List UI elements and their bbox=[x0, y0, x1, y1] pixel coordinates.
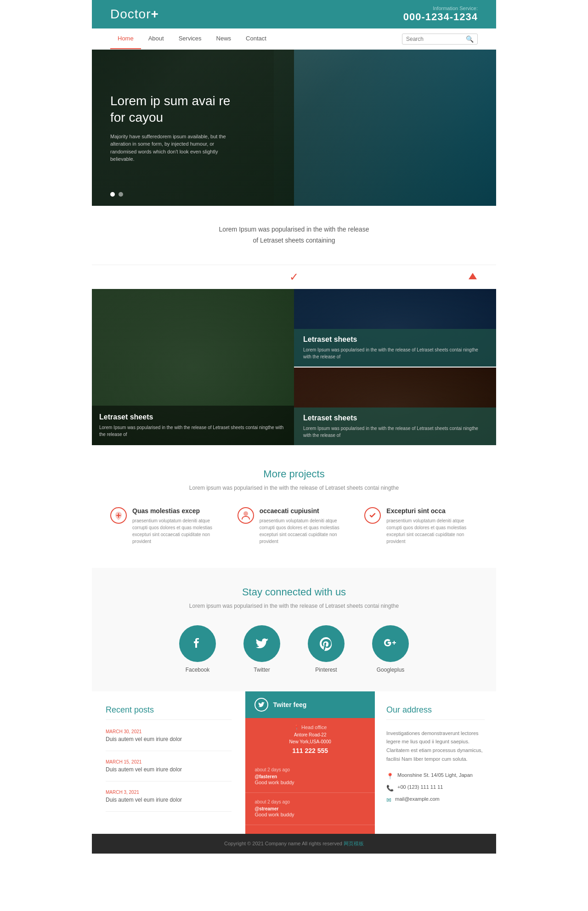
nav-home[interactable]: Home bbox=[110, 28, 141, 49]
panel-top-right-text: Lorem Ipsum was popularised in the with … bbox=[303, 346, 487, 360]
twitter-addr-2: New York,USA-0000 bbox=[254, 739, 366, 744]
panel-right: Letraset sheets Lorem Ipsum was populari… bbox=[294, 289, 496, 445]
email-icon: ✉ bbox=[386, 797, 391, 803]
hero-content: Lorem ip sum avai refor cayou Majority h… bbox=[110, 93, 230, 163]
tweet-handle-1[interactable]: @streamer bbox=[254, 806, 366, 811]
more-projects-section: More projects Lorem ipsum was popularise… bbox=[92, 445, 496, 568]
project-content-0: Quas molestias excep praesentium volupta… bbox=[132, 507, 224, 545]
our-address-section: Our address Investigationes demonstraver… bbox=[375, 691, 496, 834]
panel-top-right-overlay: Letraset sheets Lorem Ipsum was populari… bbox=[294, 329, 496, 367]
site-header: Doctor+ Information Service: 000-1234-12… bbox=[92, 0, 496, 28]
project-title-2: Excepturi sint occa bbox=[386, 507, 478, 515]
site-logo: Doctor+ bbox=[110, 7, 159, 22]
social-twitter[interactable]: Twitter bbox=[234, 625, 289, 673]
location-icon: 📍 bbox=[386, 773, 394, 780]
panel-left-overlay: Letraset sheets Lorem Ipsum was populari… bbox=[92, 406, 294, 445]
post-title-1[interactable]: Duis autem vel eum iriure dolor bbox=[106, 766, 232, 773]
project-text-0: praesentium voluptatum deleniti atque co… bbox=[132, 517, 224, 545]
project-title-1: occaecati cupiusint bbox=[260, 507, 351, 515]
dot-1[interactable] bbox=[110, 192, 115, 197]
address-item-1: 📞 +00 (123) 111 11 11 bbox=[386, 784, 485, 792]
panel-left-title: Letraset sheets bbox=[99, 413, 287, 421]
nav-links: Home About Services News Contact bbox=[110, 28, 274, 49]
project-icon-1 bbox=[237, 507, 254, 524]
post-item-1: MARCH 15, 2021 Duis autem vel eum iriure… bbox=[106, 759, 232, 781]
nav-contact[interactable]: Contact bbox=[238, 28, 274, 49]
project-title-0: Quas molestias excep bbox=[132, 507, 224, 515]
social-facebook[interactable]: Facebook bbox=[170, 625, 225, 673]
bottom-section: Recent posts MARCH 30, 2021 Duis autem v… bbox=[92, 691, 496, 834]
panel-left-text: Lorem Ipsum was popularised in the with … bbox=[99, 424, 287, 438]
header-contact: Information Service: 000-1234-1234 bbox=[403, 6, 478, 23]
tweet-time-0: about 2 days ago bbox=[254, 767, 366, 772]
social-icons: Facebook Twitter Pinterest bbox=[110, 625, 478, 673]
tweet-handle-0[interactable]: @fasteren bbox=[254, 774, 366, 779]
twitter-header-text: Twiter feeg bbox=[273, 701, 306, 708]
address-item-0: 📍 Moonshine St. 14/05 Light, Japan bbox=[386, 772, 485, 780]
chevron-up-icon[interactable] bbox=[468, 271, 478, 283]
twitter-feed-section: Twiter feeg 📍 Head office Antore Road-22… bbox=[245, 691, 375, 834]
intro-line2: of Letraset sheets containing bbox=[101, 235, 487, 246]
head-office-icon: 📍 Head office bbox=[254, 724, 366, 730]
chevron-down-icon[interactable]: ✓ bbox=[289, 271, 299, 283]
pinterest-circle bbox=[308, 625, 345, 662]
panel-top-right-title: Letraset sheets bbox=[303, 335, 487, 344]
tweet-time-1: about 2 days ago bbox=[254, 799, 366, 804]
stay-connected-subtitle: Lorem ipsum was popularised in the with … bbox=[110, 603, 478, 609]
post-title-2[interactable]: Duis autem vel eum iriure dolor bbox=[106, 797, 232, 803]
facebook-circle bbox=[179, 625, 216, 662]
googleplus-circle bbox=[372, 625, 409, 662]
search-box[interactable]: 🔍 bbox=[402, 34, 478, 45]
search-button[interactable]: 🔍 bbox=[466, 35, 474, 43]
intro-text-section: Lorem Ipsum was popularised in the with … bbox=[92, 206, 496, 265]
twitter-circle bbox=[243, 625, 280, 662]
address-phone: +00 (123) 111 11 11 bbox=[397, 784, 443, 790]
post-date-0: MARCH 30, 2021 bbox=[106, 729, 232, 734]
intro-line1: Lorem Ipsum was popularised in the with … bbox=[101, 224, 487, 235]
project-icon-2 bbox=[364, 507, 381, 524]
tweet-text-1: Good work buddy bbox=[254, 811, 366, 818]
project-content-2: Excepturi sint occa praesentium voluptat… bbox=[386, 507, 478, 545]
hero-dots bbox=[110, 192, 123, 197]
pinterest-label: Pinterest bbox=[299, 667, 354, 673]
project-item-0: Quas molestias excep praesentium volupta… bbox=[110, 507, 224, 545]
twitter-phone: 111 222 555 bbox=[254, 747, 366, 754]
more-projects-subtitle: Lorem ipsum was popularised in the with … bbox=[110, 485, 478, 491]
panel-bottom-right-text: Lorem Ipsum was popularised in the with … bbox=[303, 425, 487, 439]
hero-text: Majority have sufferedorem ipsum availab… bbox=[110, 132, 230, 163]
recent-posts-title: Recent posts bbox=[106, 705, 232, 720]
image-panels: Letraset sheets Lorem Ipsum was populari… bbox=[92, 289, 496, 445]
nav-services[interactable]: Services bbox=[171, 28, 209, 49]
panel-left: Letraset sheets Lorem Ipsum was populari… bbox=[92, 289, 294, 445]
address-email[interactable]: mail@example.com bbox=[395, 796, 440, 802]
facebook-label: Facebook bbox=[170, 667, 225, 673]
dot-2[interactable] bbox=[119, 192, 123, 197]
info-label: Information Service: bbox=[403, 6, 478, 11]
twitter-head-info: 📍 Head office Antore Road-22 New York,US… bbox=[245, 718, 375, 761]
more-projects-title: More projects bbox=[110, 468, 478, 480]
twitter-label: Twitter bbox=[234, 667, 289, 673]
project-item-1: occaecati cupiusint praesentium voluptat… bbox=[237, 507, 351, 545]
social-pinterest[interactable]: Pinterest bbox=[299, 625, 354, 673]
phone-number: 000-1234-1234 bbox=[403, 11, 478, 23]
svg-point-3 bbox=[243, 511, 248, 516]
panel-bottom-right-title: Letraset sheets bbox=[303, 414, 487, 422]
phone-icon: 📞 bbox=[386, 785, 394, 792]
post-date-1: MARCH 15, 2021 bbox=[106, 759, 232, 764]
project-item-2: Excepturi sint occa praesentium voluptat… bbox=[364, 507, 478, 545]
footer-link[interactable]: 网页模板 bbox=[344, 841, 364, 846]
twitter-header: Twiter feeg bbox=[245, 691, 375, 718]
social-googleplus[interactable]: Googleplus bbox=[363, 625, 418, 673]
nav-about[interactable]: About bbox=[141, 28, 171, 49]
site-footer: Copyright © 2021 Company name All rights… bbox=[92, 834, 496, 854]
search-input[interactable] bbox=[406, 36, 466, 42]
recent-posts-section: Recent posts MARCH 30, 2021 Duis autem v… bbox=[92, 691, 245, 834]
twitter-addr-1: Antore Road-22 bbox=[254, 732, 366, 737]
googleplus-label: Googleplus bbox=[363, 667, 418, 673]
tweet-1: about 2 days ago @streamer Good work bud… bbox=[245, 793, 375, 825]
nav-news[interactable]: News bbox=[209, 28, 239, 49]
post-title-0[interactable]: Duis autem vel eum iriure dolor bbox=[106, 736, 232, 742]
post-item-0: MARCH 30, 2021 Duis autem vel eum iriure… bbox=[106, 729, 232, 751]
project-text-2: praesentium voluptatum deleniti atque co… bbox=[386, 517, 478, 545]
svg-marker-0 bbox=[469, 273, 477, 279]
